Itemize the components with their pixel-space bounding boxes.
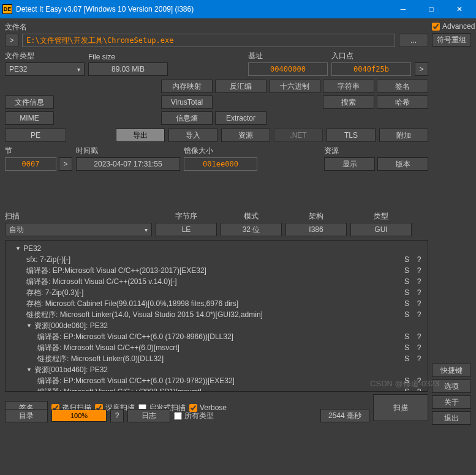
resource-button[interactable]: 资源 <box>221 129 270 142</box>
export-button[interactable]: 导出 <box>116 129 165 142</box>
entry-go-button[interactable]: > <box>415 62 428 76</box>
scan-button[interactable]: 扫描 <box>373 394 428 421</box>
arch-label: 架构 <box>285 211 347 222</box>
tree-row[interactable]: 编译器: EP:Microsoft Visual C/C++(6.0 (1720… <box>8 375 425 386</box>
memmap-button[interactable]: 内存映射 <box>161 80 213 93</box>
filetype-select[interactable]: PE32 <box>5 62 85 76</box>
import-button[interactable]: 导入 <box>168 129 217 142</box>
hex-button[interactable]: 十六进制 <box>269 80 320 93</box>
mode-label: 模式 <box>221 211 282 222</box>
imagesize-value[interactable]: 001ee000 <box>184 157 257 171</box>
mime-button[interactable]: MIME <box>5 111 54 125</box>
byteorder-label: 字节序 <box>156 211 217 222</box>
about-button[interactable]: 关于 <box>432 395 471 409</box>
app-icon: DE <box>2 4 12 14</box>
base-label: 基址 <box>248 51 328 61</box>
browse-button[interactable]: ... <box>399 34 428 47</box>
filetype-label: 文件类型 <box>5 51 85 61</box>
timestamp-label: 时间戳 <box>76 146 180 156</box>
entry-value[interactable]: 0040f25b <box>331 62 411 76</box>
filesize-value: 89.03 MiB <box>88 62 168 76</box>
hash-button[interactable]: 哈希 <box>377 95 428 109</box>
tree-row[interactable]: 链接程序: Microsoft Linker(14.0, Visual Stud… <box>8 309 425 320</box>
close-button[interactable]: ✕ <box>445 0 474 18</box>
entry-label: 入口点 <box>331 51 411 61</box>
tls-button[interactable]: TLS <box>327 129 376 142</box>
pe-button[interactable]: PE <box>5 129 66 142</box>
timestamp-value: 2023-04-07 17:31:55 <box>76 157 180 171</box>
tree-row[interactable]: ▼资源[001bd460]: PE32 <box>8 364 425 375</box>
extractor-button[interactable]: Extractor <box>215 111 266 125</box>
minimize-button[interactable]: ─ <box>389 0 417 18</box>
mode-value: 32 位 <box>221 223 282 236</box>
byteorder-value: LE <box>156 223 217 236</box>
tree-row[interactable]: ▼资源[000de060]: PE32 <box>8 320 425 331</box>
result-tree[interactable]: ▼PE32sfx: 7-Zip(-)[-]S?编译器: EP:Microsoft… <box>5 240 428 392</box>
scanmode-select[interactable]: 自动 <box>5 223 152 236</box>
tree-row[interactable]: 编译器: EP:Microsoft Visual C/C++(2013-2017… <box>8 265 425 276</box>
type-label: 类型 <box>350 211 412 222</box>
sections-value[interactable]: 0007 <box>5 157 56 171</box>
shortcut-button[interactable]: 快捷键 <box>432 364 471 377</box>
sign-button[interactable]: 签名 <box>377 80 428 93</box>
append-button[interactable]: 附加 <box>379 129 428 142</box>
progress-stop-button[interactable]: ? <box>110 409 124 422</box>
symbol-button[interactable]: 符号重组 <box>432 33 471 47</box>
tree-row[interactable]: 链接程序: Microsoft Linker(6.0)[DLL32]S? <box>8 353 425 364</box>
net-button[interactable]: .NET <box>274 129 323 142</box>
window-title: Detect It Easy v3.07 [Windows 10 Version… <box>16 5 389 13</box>
elapsed-value: 2544 毫秒 <box>320 409 369 422</box>
base-value[interactable]: 00400000 <box>248 62 328 76</box>
options-button[interactable]: 选项 <box>432 380 471 393</box>
tree-row[interactable]: 编译器: EP:Microsoft Visual C/C++(6.0 (1720… <box>8 331 425 342</box>
sections-go-button[interactable]: > <box>59 157 72 171</box>
disasm-button[interactable]: 反汇编 <box>215 80 266 93</box>
type-value: GUI <box>350 223 412 236</box>
tree-row[interactable]: 编译器: Microsoft Visual C/C++(2008 SP1)[ms… <box>8 386 425 392</box>
file-path-input[interactable]: E:\文件管理\开发工具\ChromeSetup.exe <box>22 34 395 47</box>
imagesize-label: 镜像大小 <box>184 146 257 156</box>
progress-bar: 100% <box>51 410 107 422</box>
search-button[interactable]: 搜索 <box>323 95 374 109</box>
strings-button[interactable]: 字符串 <box>323 80 374 93</box>
maximize-button[interactable]: □ <box>417 0 445 18</box>
tree-row[interactable]: 存档: 7-Zip(0.3)[-]S? <box>8 287 425 298</box>
sections-label: 节 <box>5 146 72 156</box>
exit-button[interactable]: 退出 <box>432 411 471 425</box>
arch-value: I386 <box>285 223 347 236</box>
alltypes-check[interactable]: 所有类型 <box>174 411 214 421</box>
entropy-button[interactable]: 信息熵 <box>161 111 213 125</box>
dir-button[interactable]: 目录 <box>5 409 48 422</box>
fileinfo-button[interactable]: 文件信息 <box>5 95 54 109</box>
tree-row[interactable]: ▼PE32 <box>8 243 425 254</box>
version-button[interactable]: 版本 <box>377 157 428 171</box>
tree-row[interactable]: 编译器: Microsoft Visual C/C++(2015 v.14.0)… <box>8 276 425 287</box>
scan-label: 扫描 <box>5 211 152 222</box>
advanced-check[interactable]: Advanced <box>432 22 471 31</box>
show-button[interactable]: 显示 <box>324 157 375 171</box>
tree-row[interactable]: 编译器: Microsoft Visual C/C++(6.0)[msvcrt]… <box>8 342 425 353</box>
filename-label: 文件名 <box>5 22 428 32</box>
tree-row[interactable]: sfx: 7-Zip(-)[-]S? <box>8 254 425 265</box>
log-button[interactable]: 日志 <box>127 409 170 422</box>
filesize-label: File size <box>88 53 168 61</box>
vt-button[interactable]: VirusTotal <box>161 95 213 109</box>
resource-label: 资源 <box>324 146 428 156</box>
back-button[interactable]: > <box>5 34 18 47</box>
titlebar: DE Detect It Easy v3.07 [Windows 10 Vers… <box>0 0 476 18</box>
tree-row[interactable]: 存档: Microsoft Cabinet File(99.0114)[0.0%… <box>8 298 425 309</box>
